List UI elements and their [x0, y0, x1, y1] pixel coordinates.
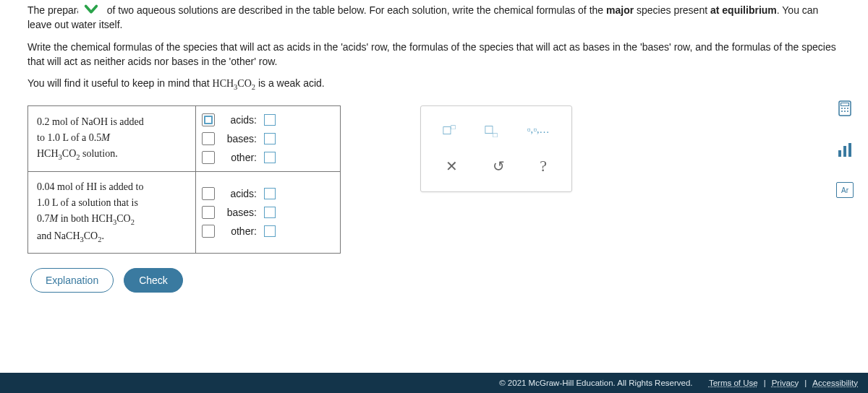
svg-point-5	[841, 111, 843, 112]
checkbox-icon[interactable]	[202, 113, 215, 126]
check-button[interactable]: Check	[124, 268, 183, 293]
checkbox-icon[interactable]	[202, 225, 215, 238]
answer-input[interactable]	[264, 133, 276, 144]
other-label: other:	[222, 225, 257, 237]
checkbox-icon[interactable]	[202, 132, 215, 145]
intro-paragraph-1: The preparations of two aqueous solution…	[27, 3, 841, 33]
help-icon[interactable]: ?	[540, 157, 547, 176]
checkbox-icon[interactable]	[202, 206, 215, 219]
acids-label: acids:	[222, 114, 257, 126]
answer-input[interactable]	[264, 188, 276, 199]
calculator-icon	[836, 100, 854, 117]
superscript-button[interactable]: □□	[443, 123, 456, 138]
svg-point-6	[844, 111, 846, 112]
answer-input[interactable]	[264, 207, 276, 218]
row2-bases: bases:	[202, 203, 334, 222]
solution-1-description: 0.2 mol of NaOH is added to 1.0 L of a 0…	[28, 106, 196, 172]
footer: © 2021 McGraw-Hill Education. All Rights…	[0, 373, 868, 393]
bar-chart-icon	[836, 142, 854, 159]
checkbox-icon[interactable]	[202, 151, 215, 164]
other-label: other:	[222, 152, 257, 163]
answer-input[interactable]	[264, 152, 276, 163]
answer-input[interactable]	[264, 114, 276, 126]
svg-rect-1	[841, 103, 849, 106]
svg-point-7	[847, 111, 848, 112]
solutions-table: 0.2 mol of NaOH is added to 1.0 L of a 0…	[27, 105, 341, 254]
svg-point-2	[841, 108, 843, 109]
svg-point-4	[847, 108, 848, 109]
copyright-text: © 2021 McGraw-Hill Education. All Rights…	[499, 379, 692, 387]
svg-rect-10	[848, 143, 851, 157]
subscript-button[interactable]: □□	[485, 122, 498, 139]
cancel-icon[interactable]: ✕	[446, 157, 458, 175]
answer-input[interactable]	[264, 225, 276, 237]
row1-acids: acids:	[202, 111, 334, 129]
accessibility-link[interactable]: Accessibility	[812, 379, 858, 387]
row1-bases: bases:	[202, 129, 334, 148]
acids-label: acids:	[222, 188, 257, 199]
row1-other: other:	[202, 148, 334, 167]
bases-label: bases:	[222, 207, 257, 218]
solution-2-description: 0.04 mol of HI is added to 1.0 L of a so…	[28, 172, 196, 254]
reset-icon[interactable]: ↺	[493, 157, 505, 175]
explanation-button[interactable]: Explanation	[30, 268, 114, 293]
privacy-link[interactable]: Privacy	[772, 379, 799, 387]
row2-other: other:	[202, 222, 334, 241]
collapse-toggle[interactable]	[78, 0, 104, 19]
calculator-button[interactable]	[835, 98, 855, 118]
svg-rect-9	[843, 146, 846, 157]
svg-rect-8	[838, 150, 841, 157]
periodic-table-button[interactable]: Ar	[836, 182, 854, 198]
row2-acids: acids:	[202, 184, 334, 203]
symbol-palette: □□ □□ ▫,▫,… ✕ ↺ ?	[420, 105, 572, 192]
checkbox-icon[interactable]	[202, 187, 215, 200]
intro-paragraph-3: You will find it useful to keep in mind …	[27, 76, 841, 92]
chart-button[interactable]	[835, 140, 855, 160]
chevron-down-icon	[83, 2, 99, 17]
list-button[interactable]: ▫,▫,…	[527, 124, 550, 136]
svg-point-3	[844, 108, 846, 109]
terms-link[interactable]: Terms of Use	[709, 379, 758, 387]
periodic-table-icon: Ar	[841, 186, 848, 194]
intro-paragraph-2: Write the chemical formulas of the speci…	[27, 40, 841, 69]
bases-label: bases:	[222, 133, 257, 144]
